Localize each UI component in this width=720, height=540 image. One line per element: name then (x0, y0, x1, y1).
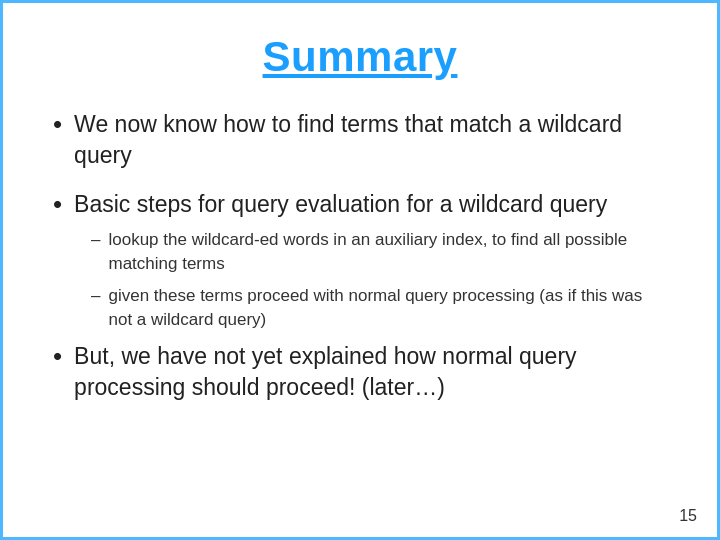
bullet-item-3: • But, we have not yet explained how nor… (53, 341, 667, 403)
sub-dash-1: – (91, 228, 100, 252)
slide-number: 15 (679, 507, 697, 525)
sub-item-2-1: – lookup the wildcard-ed words in an aux… (91, 228, 667, 276)
sub-text-2-2: given these terms proceed with normal qu… (108, 284, 667, 332)
slide-title: Summary (53, 33, 667, 81)
bullet-text-1: We now know how to find terms that match… (74, 109, 667, 171)
sub-list-2: – lookup the wildcard-ed words in an aux… (91, 228, 667, 331)
bullet-dot-1: • (53, 107, 62, 142)
bullet-list: • We now know how to find terms that mat… (53, 109, 667, 403)
slide-container: Summary • We now know how to find terms … (0, 0, 720, 540)
bullet-dot-3: • (53, 339, 62, 374)
bullet-item-2: • Basic steps for query evaluation for a… (53, 189, 667, 331)
sub-text-2-1: lookup the wildcard-ed words in an auxil… (108, 228, 667, 276)
bullet-text-2: Basic steps for query evaluation for a w… (74, 189, 607, 220)
bullet-dot-2: • (53, 187, 62, 222)
sub-dash-2: – (91, 284, 100, 308)
bullet-text-3: But, we have not yet explained how norma… (74, 341, 667, 403)
bullet-item-1: • We now know how to find terms that mat… (53, 109, 667, 171)
sub-item-2-2: – given these terms proceed with normal … (91, 284, 667, 332)
